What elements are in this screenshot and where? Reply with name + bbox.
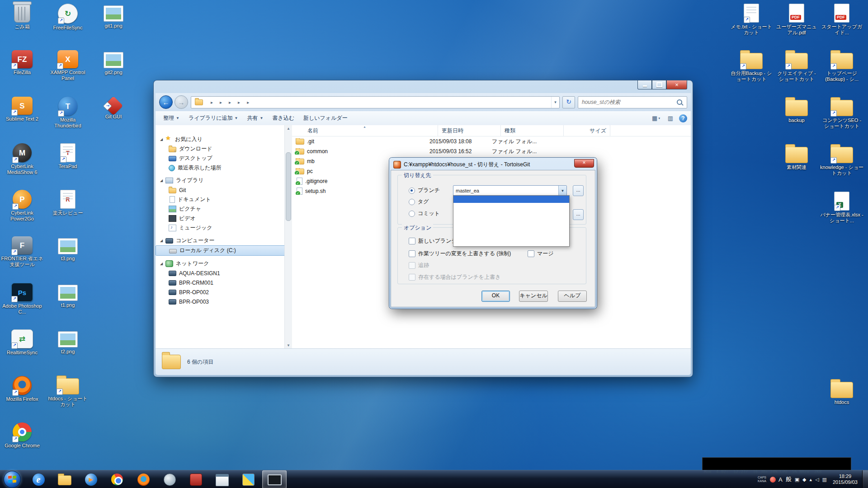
scrollbar[interactable]: ▲ ▼ (284, 125, 292, 349)
commit-radio[interactable]: コミット (409, 210, 440, 217)
taskbar-app-icon[interactable] (105, 470, 129, 488)
taskbar-app-icon[interactable] (210, 470, 234, 488)
expander-icon[interactable]: ◢ (160, 239, 165, 243)
dialog-title-bar[interactable]: C:¥xampp¥htdocs¥house_st - 切り替え - Tortoi… (389, 158, 597, 170)
sidebar-item[interactable]: ◢ ビデオ (156, 214, 292, 223)
branch-combobox[interactable]: master_ea ▼ (453, 185, 567, 196)
file-row[interactable]: .git 2015/09/03 18:08 ファイル フォル... (292, 136, 691, 146)
sidebar-item[interactable]: ◢ デスクトップ (156, 154, 292, 163)
desktop-icon[interactable]: PDF スタートアップガイド... (820, 4, 863, 36)
taskbar-app-icon[interactable] (157, 470, 182, 488)
sidebar-item[interactable]: ◢ ミュージック (156, 223, 292, 233)
back-button[interactable]: ← (159, 95, 173, 109)
sidebar-item[interactable]: ◢ AQUA-DESIGN1 (156, 268, 292, 278)
expander-icon[interactable]: ◢ (160, 178, 165, 183)
combobox-dropdown-icon[interactable]: ▼ (558, 186, 566, 196)
branch-option[interactable] (453, 196, 569, 203)
close-button[interactable]: × (666, 80, 687, 89)
toolbar-button[interactable]: ライブラリに追加▼ (184, 113, 242, 124)
taskbar-app-icon[interactable] (262, 470, 287, 488)
sidebar-item[interactable]: ◢ ライブラリ (156, 176, 292, 185)
scrollbar-thumb[interactable] (286, 152, 291, 221)
speaker-icon[interactable]: ◁ (815, 477, 819, 483)
maximize-button[interactable] (652, 80, 666, 89)
breadcrumb-segment[interactable] (224, 100, 233, 105)
branch-option[interactable] (453, 225, 569, 232)
refresh-button[interactable]: ↻ (562, 96, 575, 108)
address-dropdown-button[interactable]: ▾ (551, 97, 559, 108)
minimize-button[interactable] (637, 80, 652, 89)
tag-radio[interactable]: タグ (409, 198, 429, 206)
cancel-button[interactable]: キャンセル (519, 291, 548, 302)
branch-option[interactable] (453, 239, 569, 246)
branch-option[interactable] (453, 217, 569, 225)
sidebar-item[interactable]: ◢ BPR-OP003 (156, 297, 292, 306)
desktop-icon[interactable]: 素材関連 (775, 145, 818, 170)
sidebar-item[interactable]: ◢ ローカル ディスク (C:) (156, 245, 292, 256)
sidebar-item[interactable]: ◢ ネットワーク (156, 259, 292, 268)
dialog-close-button[interactable]: × (574, 159, 594, 168)
hidden-icons-chevron[interactable]: ▴ (810, 477, 812, 483)
browse-ref-button[interactable]: ... (573, 185, 584, 196)
toolbar-button[interactable]: 書き込む▼ (268, 113, 298, 124)
track-checkbox[interactable]: 追跡 (409, 262, 429, 269)
override-branch-checkbox[interactable]: 存在する場合はブランチを上書き (409, 273, 501, 281)
merge-checkbox[interactable]: マージ (528, 250, 554, 258)
branch-option[interactable] (453, 210, 569, 217)
toolbar-button[interactable]: 整理▼ (159, 113, 184, 124)
desktop-icon[interactable]: X バナー管理表.xlsx - ショート... (820, 192, 863, 224)
ime-status-icon[interactable] (770, 477, 776, 483)
sidebar-item[interactable]: ◢ 最近表示した場所 (156, 163, 292, 173)
taskbar-app-icon[interactable] (184, 470, 208, 488)
start-button[interactable] (4, 471, 21, 488)
breadcrumb-segment[interactable] (206, 100, 215, 105)
breadcrumb-segment[interactable] (242, 100, 251, 105)
desktop-icon[interactable]: クリエイティブ - ショートカット (775, 51, 818, 82)
file-row[interactable]: common 2015/09/03 16:52 ファイル フォル... (292, 146, 691, 156)
desktop-icon[interactable]: メモ.txt - ショートカット (730, 4, 773, 36)
sidebar-item[interactable]: ◢ ドキュメント (156, 195, 292, 204)
preview-pane-button[interactable]: ▥ (665, 113, 676, 124)
desktop-icon[interactable]: トップページ (Backup) - シ... (820, 51, 863, 82)
browse-commit-button[interactable]: ... (573, 209, 584, 220)
desktop-icon[interactable]: knowledge - ショートカット (820, 145, 863, 176)
sidebar-item[interactable]: ◢ ピクチャ (156, 204, 292, 214)
sidebar-item[interactable]: ◢ BPR-CRM001 (156, 278, 292, 287)
scroll-down-icon[interactable]: ▼ (285, 342, 292, 349)
taskbar-app-icon[interactable]: ▶ (79, 470, 103, 488)
expander-icon[interactable]: ◢ (160, 262, 165, 266)
ime-tools-icon[interactable]: ▣ (795, 477, 799, 483)
branch-option[interactable] (453, 203, 569, 210)
toolbar-button[interactable]: 共有▼ (243, 113, 268, 124)
taskbar-app-icon[interactable] (131, 470, 156, 488)
column-header-date[interactable]: 更新日時 (438, 125, 501, 136)
taskbar-clock[interactable]: 18:29 2015/09/03 (833, 474, 858, 485)
breadcrumb[interactable]: ▾ (191, 96, 560, 108)
desktop-icon[interactable]: 自分用Backup - ショートカット (730, 51, 773, 82)
desktop-icon[interactable]: htdocs (820, 380, 863, 405)
taskbar-app-icon[interactable] (236, 470, 260, 488)
sidebar-item[interactable]: ◢ コンピューター (156, 236, 292, 245)
ime-conversion-mode[interactable]: 般 (786, 475, 792, 483)
system-monitor-gadget[interactable]: Mem 4.02: 12.27/ 16.30> 24% CPU 5% NRcv … (702, 457, 851, 471)
scroll-up-icon[interactable]: ▲ (285, 125, 292, 132)
search-input[interactable] (581, 99, 677, 106)
column-header-name[interactable]: ▲名前 (292, 125, 438, 136)
breadcrumb-segment[interactable] (215, 100, 224, 105)
toolbar-button[interactable]: 新しいフォルダー▼ (299, 113, 352, 124)
forward-button[interactable]: → (175, 95, 188, 109)
ime-pad-icon[interactable]: ◆ (802, 477, 806, 483)
ok-button[interactable]: OK (481, 291, 510, 302)
help-button[interactable]: ? (679, 114, 687, 122)
desktop-icon[interactable]: backup (775, 98, 818, 123)
help-button[interactable]: ヘルプ (558, 291, 587, 302)
change-view-button[interactable]: ▦▾ (650, 113, 662, 124)
column-header-type[interactable]: 種類 (501, 125, 564, 136)
sidebar-item[interactable]: ◢ Git (156, 185, 292, 195)
column-header-size[interactable]: サイズ (564, 125, 610, 136)
show-desktop-button[interactable] (862, 470, 868, 488)
desktop-icon[interactable]: コンテンツSEO - ショートカット (820, 98, 863, 129)
desktop-icon[interactable]: PDF ユーザーズマニュアル.pdf (775, 4, 818, 36)
sidebar-item[interactable]: ◢ ダウンロード (156, 144, 292, 154)
breadcrumb-segment[interactable] (233, 100, 242, 105)
